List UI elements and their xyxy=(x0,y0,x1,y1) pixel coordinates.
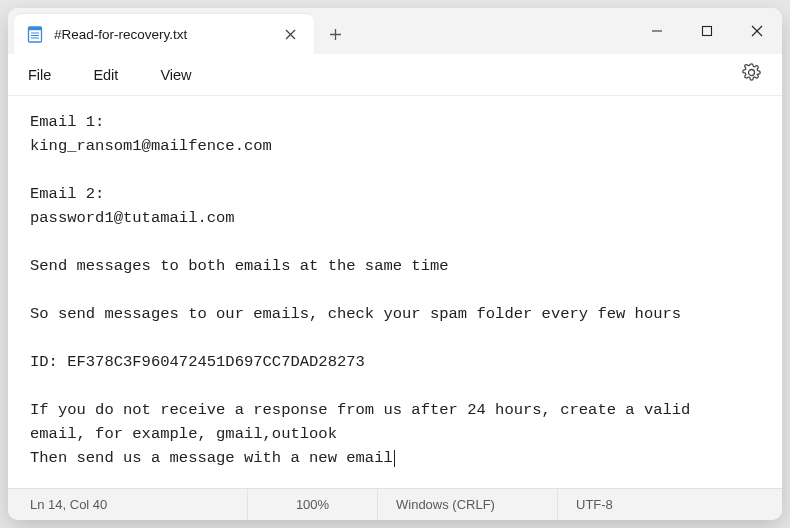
document-tab[interactable]: #Read-for-recovery.txt xyxy=(14,14,314,54)
gear-icon xyxy=(742,63,761,86)
status-line-ending[interactable]: Windows (CRLF) xyxy=(378,489,558,520)
window-controls xyxy=(632,8,782,54)
svg-rect-10 xyxy=(703,27,712,36)
svg-rect-1 xyxy=(29,27,42,30)
close-tab-button[interactable] xyxy=(276,20,304,48)
status-encoding[interactable]: UTF-8 xyxy=(558,489,782,520)
tab-title: #Read-for-recovery.txt xyxy=(54,27,266,42)
text-caret xyxy=(394,450,395,467)
maximize-button[interactable] xyxy=(682,8,732,54)
status-cursor-position[interactable]: Ln 14, Col 40 xyxy=(8,489,248,520)
menu-file[interactable]: File xyxy=(26,61,69,89)
settings-button[interactable] xyxy=(734,58,768,92)
new-tab-button[interactable] xyxy=(314,14,356,54)
tab-strip: #Read-for-recovery.txt xyxy=(8,8,356,54)
status-bar: Ln 14, Col 40 100% Windows (CRLF) UTF-8 xyxy=(8,488,782,520)
menu-bar: File Edit View xyxy=(8,54,782,96)
minimize-button[interactable] xyxy=(632,8,682,54)
title-bar: #Read-for-recovery.txt xyxy=(8,8,782,54)
notepad-window: #Read-for-recovery.txt xyxy=(8,8,782,520)
close-window-button[interactable] xyxy=(732,8,782,54)
text-editor[interactable]: Email 1: king_ransom1@mailfence.com Emai… xyxy=(8,96,782,488)
menu-edit[interactable]: Edit xyxy=(91,61,136,89)
menu-view[interactable]: View xyxy=(158,61,209,89)
notepad-icon xyxy=(26,25,44,43)
status-zoom[interactable]: 100% xyxy=(248,489,378,520)
